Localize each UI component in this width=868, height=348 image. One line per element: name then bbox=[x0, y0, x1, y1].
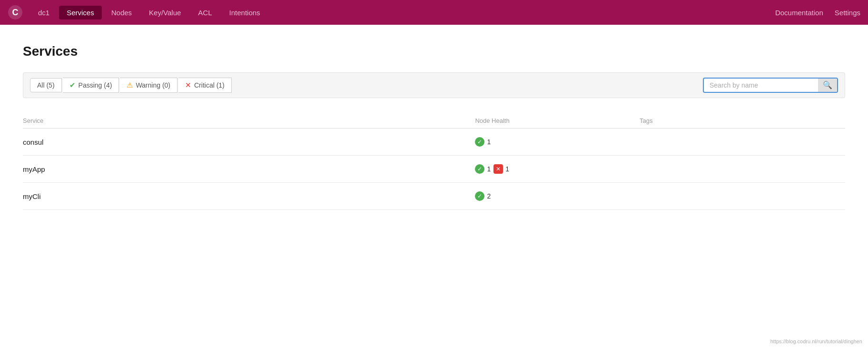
service-tags bbox=[640, 129, 845, 156]
main-content: Services All (5) ✔ Passing (4) ⚠ Warning… bbox=[0, 25, 868, 348]
search-bar: 🔍 bbox=[703, 78, 838, 93]
consul-logo[interactable]: C bbox=[8, 5, 23, 20]
nav-documentation[interactable]: Documentation bbox=[775, 9, 823, 17]
nav-item-keyvalue[interactable]: Key/Value bbox=[141, 6, 188, 20]
service-tags bbox=[640, 183, 845, 210]
node-health: ✓1 bbox=[475, 129, 640, 156]
health-critical-badge: ✕1 bbox=[493, 164, 509, 174]
filter-warning-label: Warning (0) bbox=[136, 81, 170, 89]
url-hint: https://blog.codru.nl/run/tutorial/dingh… bbox=[770, 338, 862, 344]
table-row[interactable]: myApp✓1✕1 bbox=[23, 156, 845, 183]
filter-bar: All (5) ✔ Passing (4) ⚠ Warning (0) ✕ Cr… bbox=[23, 72, 845, 98]
col-header-health: Node Health bbox=[475, 113, 640, 129]
nav-settings[interactable]: Settings bbox=[835, 9, 860, 17]
nav-item-intentions[interactable]: Intentions bbox=[222, 6, 268, 20]
nav-item-nodes[interactable]: Nodes bbox=[104, 6, 139, 20]
search-button[interactable]: 🔍 bbox=[818, 79, 837, 92]
warning-icon: ⚠ bbox=[127, 81, 133, 89]
navbar: C dc1 Services Nodes Key/Value ACL Inten… bbox=[0, 0, 868, 25]
navbar-right: Documentation Settings bbox=[775, 9, 860, 17]
col-header-service: Service bbox=[23, 113, 475, 129]
svg-text:C: C bbox=[12, 8, 19, 17]
filter-warning[interactable]: ⚠ Warning (0) bbox=[120, 78, 178, 93]
filter-critical-label: Critical (1) bbox=[194, 81, 225, 89]
nav-datacenter[interactable]: dc1 bbox=[30, 6, 57, 20]
service-name: myApp bbox=[23, 156, 475, 183]
page-title: Services bbox=[23, 44, 845, 59]
filter-critical[interactable]: ✕ Critical (1) bbox=[178, 78, 232, 93]
passing-check-icon: ✓ bbox=[475, 191, 484, 201]
col-header-tags: Tags bbox=[640, 113, 845, 129]
service-name: myCli bbox=[23, 183, 475, 210]
service-name: consul bbox=[23, 129, 475, 156]
filter-all-label: All (5) bbox=[37, 81, 55, 89]
filter-passing[interactable]: ✔ Passing (4) bbox=[63, 78, 119, 93]
passing-check-icon: ✓ bbox=[475, 137, 484, 147]
table-body: consul✓1myApp✓1✕1myCli✓2 bbox=[23, 129, 845, 210]
passing-icon: ✔ bbox=[69, 81, 76, 89]
navbar-items: dc1 Services Nodes Key/Value ACL Intenti… bbox=[30, 6, 775, 20]
node-health: ✓2 bbox=[475, 183, 640, 210]
critical-x-icon: ✕ bbox=[493, 164, 503, 174]
filter-all[interactable]: All (5) bbox=[30, 78, 62, 92]
services-table: Service Node Health Tags consul✓1myApp✓1… bbox=[23, 113, 845, 210]
table-header: Service Node Health Tags bbox=[23, 113, 845, 129]
search-icon: 🔍 bbox=[823, 81, 832, 89]
passing-check-icon: ✓ bbox=[475, 164, 484, 174]
critical-icon: ✕ bbox=[185, 81, 191, 89]
service-tags bbox=[640, 156, 845, 183]
health-passing-badge: ✓2 bbox=[475, 191, 491, 201]
table-row[interactable]: myCli✓2 bbox=[23, 183, 845, 210]
table-row[interactable]: consul✓1 bbox=[23, 129, 845, 156]
search-input[interactable] bbox=[704, 79, 818, 92]
nav-item-acl[interactable]: ACL bbox=[190, 6, 219, 20]
nav-item-services[interactable]: Services bbox=[59, 6, 102, 20]
node-health: ✓1✕1 bbox=[475, 156, 640, 183]
health-passing-badge: ✓1 bbox=[475, 164, 491, 174]
health-passing-badge: ✓1 bbox=[475, 137, 491, 147]
filter-passing-label: Passing (4) bbox=[79, 81, 112, 89]
